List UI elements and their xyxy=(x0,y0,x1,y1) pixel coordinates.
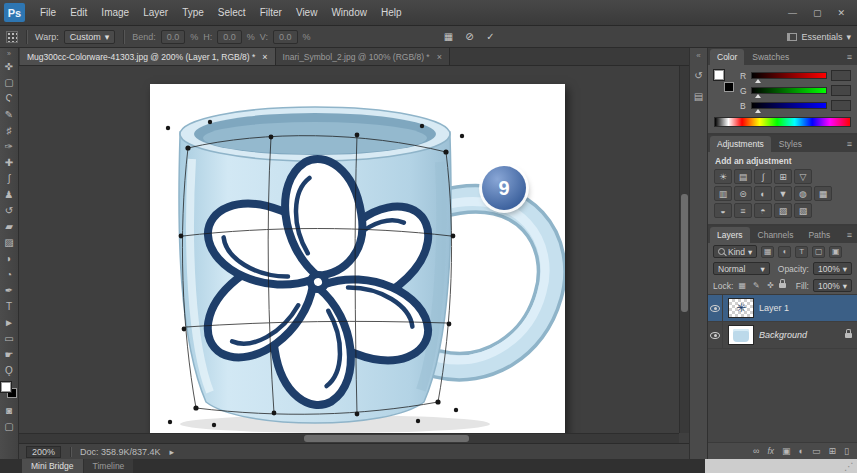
menu-image[interactable]: Image xyxy=(94,0,136,26)
commit-transform-icon[interactable]: ✓ xyxy=(483,31,499,42)
color-spectrum-ramp[interactable] xyxy=(714,117,851,127)
screen-mode-icon[interactable]: ▢ xyxy=(1,418,18,434)
add-layer-mask-icon[interactable]: ▣ xyxy=(782,446,791,456)
layer-row-background[interactable]: Background xyxy=(708,322,857,349)
eyedropper-tool-icon[interactable]: ✑ xyxy=(1,138,18,154)
warp-handle-point[interactable] xyxy=(208,120,212,124)
adjustment-color-lookup-icon[interactable]: ▦ xyxy=(814,186,832,201)
adjustment-channel-mixer-icon[interactable]: ◍ xyxy=(794,186,812,201)
filter-shape-layers-icon[interactable]: ▢ xyxy=(812,246,825,258)
eraser-tool-icon[interactable]: ▰ xyxy=(1,218,18,234)
adjustment-selective-color-icon[interactable]: ▧ xyxy=(794,203,812,218)
close-tab-icon[interactable]: × xyxy=(437,52,442,62)
properties-panel-icon[interactable]: ▤ xyxy=(694,91,703,102)
warp-mesh[interactable] xyxy=(150,84,565,436)
layer-name[interactable]: Background xyxy=(759,330,840,340)
blue-slider[interactable] xyxy=(751,102,827,109)
gradient-tool-icon[interactable]: ▨ xyxy=(1,234,18,250)
layer-row-layer-1[interactable]: ✳ Layer 1 xyxy=(708,295,857,322)
h-field[interactable]: 0.0 xyxy=(217,30,242,44)
zoom-level-field[interactable]: 200% xyxy=(26,446,61,458)
warp-control-point[interactable] xyxy=(435,399,440,404)
adjustment-invert-icon[interactable]: ◒ xyxy=(714,203,732,218)
reference-point-locator-icon[interactable] xyxy=(6,31,18,43)
menu-layer[interactable]: Layer xyxy=(136,0,175,26)
filter-type-layers-icon[interactable]: T xyxy=(795,246,808,258)
canvas-pasteboard[interactable]: 9 xyxy=(19,66,689,443)
warp-control-point[interactable] xyxy=(443,149,448,154)
quick-selection-tool-icon[interactable]: ✎ xyxy=(1,106,18,122)
warp-control-point[interactable] xyxy=(355,133,360,138)
menu-edit[interactable]: Edit xyxy=(63,0,94,26)
visibility-column[interactable] xyxy=(708,322,723,348)
foreground-color-swatch[interactable] xyxy=(714,70,724,80)
adjustment-black-white-icon[interactable]: ◐ xyxy=(754,186,772,201)
tab-swatches[interactable]: Swatches xyxy=(745,49,796,65)
warp-handle-point[interactable] xyxy=(420,124,424,128)
collapse-toolbar-icon[interactable]: » xyxy=(7,49,11,58)
warp-handle-point[interactable] xyxy=(460,134,464,138)
red-value-field[interactable] xyxy=(831,70,851,81)
document-canvas[interactable]: 9 xyxy=(150,84,565,436)
clone-stamp-tool-icon[interactable]: ♟ xyxy=(1,186,18,202)
opacity-dropdown[interactable]: 100% ▾ xyxy=(813,262,852,275)
vertical-scrollbar-thumb[interactable] xyxy=(681,194,688,312)
cancel-transform-icon[interactable]: ⊘ xyxy=(462,31,478,42)
blue-value-field[interactable] xyxy=(831,100,851,111)
new-adjustment-layer-icon[interactable]: ◐ xyxy=(799,446,804,456)
warp-control-point[interactable] xyxy=(182,327,187,332)
delete-layer-icon[interactable]: ▯ xyxy=(844,446,849,456)
tab-mini-bridge[interactable]: Mini Bridge xyxy=(22,459,83,473)
warp-control-point[interactable] xyxy=(447,322,452,327)
layer-name[interactable]: Layer 1 xyxy=(759,303,852,313)
visibility-column[interactable] xyxy=(708,295,723,321)
adjustment-photo-filter-icon[interactable]: ▼ xyxy=(774,186,792,201)
eye-icon[interactable] xyxy=(710,305,720,312)
maximize-button[interactable]: ▢ xyxy=(813,8,822,18)
menu-type[interactable]: Type xyxy=(175,0,211,26)
warp-handle-point[interactable] xyxy=(416,419,420,423)
background-color-swatch[interactable] xyxy=(724,82,734,92)
new-group-icon[interactable]: ▭ xyxy=(812,446,821,456)
layer-thumbnail[interactable] xyxy=(728,325,754,345)
warp-handle-point[interactable] xyxy=(168,420,172,424)
status-flyout-arrow-icon[interactable]: ▸ xyxy=(170,447,175,457)
adjustment-color-balance-icon[interactable]: ⊜ xyxy=(734,186,752,201)
slider-thumb[interactable] xyxy=(755,79,761,83)
blur-tool-icon[interactable]: ◗ xyxy=(1,250,18,266)
warp-style-dropdown[interactable]: Custom ▾ xyxy=(64,30,116,44)
tab-adjustments[interactable]: Adjustments xyxy=(710,136,771,152)
adjustment-vibrance-icon[interactable]: ▽ xyxy=(794,169,812,184)
crop-tool-icon[interactable]: ♯ xyxy=(1,122,18,138)
minimize-button[interactable]: — xyxy=(788,8,797,18)
warp-handle-point[interactable] xyxy=(212,423,216,427)
lock-position-icon[interactable]: ✜ xyxy=(765,281,775,290)
filter-adjustment-layers-icon[interactable]: ◐ xyxy=(778,246,791,258)
adjustment-gradient-map-icon[interactable]: ▨ xyxy=(774,203,792,218)
expand-panels-icon[interactable]: « xyxy=(696,51,700,60)
adjustment-brightness-contrast-icon[interactable]: ☀ xyxy=(714,169,732,184)
tab-paths[interactable]: Paths xyxy=(801,227,837,243)
panel-menu-icon[interactable]: ≡ xyxy=(842,136,857,152)
adjustment-posterize-icon[interactable]: ≡ xyxy=(734,203,752,218)
horizontal-scrollbar-thumb[interactable] xyxy=(304,435,469,442)
lasso-tool-icon[interactable]: Ϛ xyxy=(1,90,18,106)
menu-select[interactable]: Select xyxy=(211,0,253,26)
move-tool-icon[interactable]: ✜ xyxy=(1,58,18,74)
rectangle-tool-icon[interactable]: ▭ xyxy=(1,330,18,346)
adjustment-curves-icon[interactable]: ∫ xyxy=(754,169,772,184)
adjustment-exposure-icon[interactable]: ⊞ xyxy=(774,169,792,184)
slider-thumb[interactable] xyxy=(755,109,761,113)
history-panel-icon[interactable]: ↺ xyxy=(694,70,702,81)
brush-tool-icon[interactable]: ʃ xyxy=(1,170,18,186)
warp-control-point[interactable] xyxy=(193,405,198,410)
panel-menu-icon[interactable]: ≡ xyxy=(842,227,857,243)
close-tab-icon[interactable]: × xyxy=(262,52,267,62)
dodge-tool-icon[interactable]: ◔ xyxy=(1,266,18,282)
new-layer-icon[interactable]: ⊞ xyxy=(829,446,837,456)
tab-styles[interactable]: Styles xyxy=(772,136,809,152)
lock-transparency-icon[interactable]: ▦ xyxy=(737,281,747,290)
warp-control-point[interactable] xyxy=(272,411,277,416)
document-tab-symbol[interactable]: Inari_Symbol_2.jpg @ 100% (RGB/8) * × xyxy=(276,48,450,65)
path-selection-tool-icon[interactable]: ► xyxy=(1,314,18,330)
